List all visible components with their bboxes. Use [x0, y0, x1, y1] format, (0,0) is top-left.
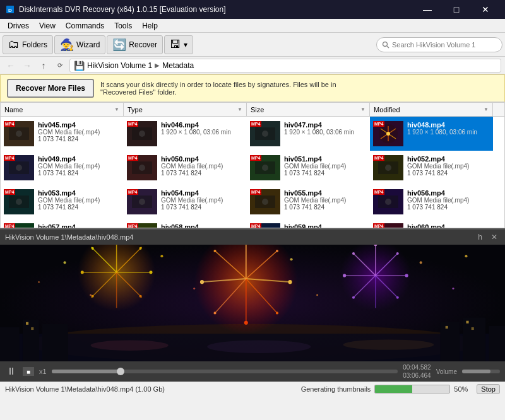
svg-point-116 [420, 261, 422, 264]
file-thumbnail: MP4 [373, 189, 403, 214]
svg-point-77 [213, 250, 216, 252]
svg-point-119 [38, 281, 40, 283]
svg-rect-121 [23, 320, 39, 361]
col-type[interactable]: Type▼ [124, 103, 247, 116]
recover-more-files-button[interactable]: Recover More Files [7, 79, 94, 98]
svg-point-88 [140, 247, 142, 250]
breadcrumb: 💾 HikVision Volume 1 ▶ Metadata [69, 59, 501, 73]
list-item[interactable]: MP4 hiv049.mp4 GOM Media file(.mp4) 1 07… [1, 151, 124, 185]
file-thumbnail: MP4 [4, 223, 34, 228]
time-display: 00:04.582 03:06.464 [403, 363, 431, 380]
file-thumbnail: MP4 [250, 189, 280, 214]
svg-point-9 [139, 131, 145, 137]
status-progress-container: Generating thumbnails 50% Stop [301, 384, 500, 394]
svg-rect-125 [489, 326, 505, 361]
file-thumbnail: MP4 [4, 189, 34, 214]
preview-path: HikVision Volume 1\Metadata\hiv048.mp4 [5, 233, 133, 241]
svg-line-3 [387, 46, 389, 48]
list-item[interactable]: MP4 hiv053.mp4 GOM Media file(.mp4) 1 07… [1, 185, 124, 219]
svg-point-108 [343, 274, 346, 277]
list-item[interactable]: MP4 hiv059.mp4 GOM Media file(.mp4) 1 07… [247, 219, 370, 228]
banner-message: It scans your disk directly in order to … [100, 81, 336, 96]
preview-close-button[interactable]: ✕ [489, 233, 500, 242]
svg-point-91 [92, 295, 94, 298]
svg-point-60 [343, 339, 434, 349]
address-bar: ← → ↑ ⟳ 💾 HikVision Volume 1 ▶ Metadata [0, 57, 505, 74]
pause-button[interactable]: ⏸ [5, 366, 18, 377]
extra-button[interactable]: 🖫 ▾ [164, 35, 193, 54]
svg-point-21 [16, 165, 22, 171]
svg-point-30 [385, 165, 391, 171]
list-item[interactable]: MP4 hiv056.mp4 GOM Media file(.mp4) 1 07… [370, 185, 493, 219]
preview-pane: HikVision Volume 1\Metadata\hiv048.mp4 h… [0, 228, 505, 382]
maximize-button[interactable]: □ [442, 0, 471, 19]
svg-point-90 [140, 295, 142, 298]
list-item[interactable]: MP4 hiv045.mp4 GOM Media file(.mp4) 1 07… [1, 117, 124, 151]
svg-rect-120 [0, 327, 20, 361]
col-size[interactable]: Size▼ [247, 103, 370, 116]
search-box[interactable] [376, 37, 502, 52]
svg-point-118 [465, 255, 467, 257]
svg-point-76 [200, 280, 204, 284]
menu-drives[interactable]: Drives [3, 19, 34, 33]
svg-point-33 [16, 199, 22, 205]
col-modified[interactable]: Modified▼ [370, 103, 493, 116]
file-thumbnail: MP4 [127, 155, 157, 180]
playback-progress[interactable] [52, 370, 398, 373]
svg-rect-122 [42, 324, 68, 361]
wizard-button[interactable]: 🧙 Wizard [54, 35, 105, 54]
list-item[interactable]: MP4 hiv047.mp4 1 920 × 1 080, 03:06 min [247, 117, 370, 151]
minimize-button[interactable]: — [413, 0, 442, 19]
back-button[interactable]: ← [4, 59, 18, 73]
list-item[interactable]: MP4 hiv051.mp4 GOM Media file(.mp4) 1 07… [247, 151, 370, 185]
close-button[interactable]: ✕ [471, 0, 500, 19]
title-bar: D DiskInternals DVR Recovery (x64) 1.0.1… [0, 0, 505, 19]
volume-label: Volume [436, 368, 457, 375]
list-item[interactable]: MP4 hiv057.mp4 GOM Media file(.mp4) 1 07… [1, 219, 124, 228]
folder-icon: 🗂 [8, 38, 20, 51]
col-name[interactable]: Name▼ [1, 103, 124, 116]
recover-button[interactable]: 🔄 Recover [107, 35, 163, 54]
list-item[interactable]: MP4 hiv052.mp4 GOM Media file(.mp4) 1 07… [370, 151, 493, 185]
file-thumbnail: MP4 [4, 155, 34, 180]
list-item[interactable]: MP4 hiv058.mp4 GOM Media file(.mp4) 1 07… [124, 219, 247, 228]
svg-point-114 [290, 258, 292, 260]
svg-point-117 [452, 288, 454, 289]
file-thumbnail: MP4 [250, 155, 280, 180]
list-item[interactable]: MP4 hiv055.mp4 GOM Media file(.mp4) 1 07… [247, 185, 370, 219]
list-item[interactable]: MP4 hiv054.mp4 GOM Media file(.mp4) 1 07… [124, 185, 247, 219]
search-input[interactable] [392, 41, 497, 49]
collapse-button[interactable]: h [475, 233, 485, 242]
menu-view[interactable]: View [34, 19, 61, 33]
refresh-button[interactable]: ⟳ [53, 59, 67, 73]
breadcrumb-drive[interactable]: HikVision Volume 1 [87, 61, 152, 70]
list-item[interactable]: MP4 hiv050.mp4 GOM Media file(.mp4) 1 07… [124, 151, 247, 185]
svg-rect-129 [466, 321, 468, 324]
svg-point-74 [244, 321, 248, 325]
status-bar: HikVision Volume 1\Metadata\hiv048.mp4 (… [0, 382, 505, 395]
menu-commands[interactable]: Commands [61, 19, 109, 33]
svg-point-109 [352, 252, 355, 255]
list-item[interactable]: MP4 hiv060.mp4 GOM Media file(.mp4) 1 07… [370, 219, 493, 228]
menu-tools[interactable]: Tools [109, 19, 137, 33]
stop-button[interactable]: ■ [23, 367, 34, 376]
folders-button[interactable]: 🗂 Folders [3, 35, 53, 54]
status-stop-button[interactable]: Stop [477, 384, 500, 394]
list-item[interactable]: MP4 hiv046.mp4 1 920 × 1 080, 03:06 min [124, 117, 247, 151]
svg-point-113 [193, 288, 195, 289]
svg-point-6 [16, 131, 22, 137]
file-grid: MP4 hiv045.mp4 GOM Media file(.mp4) 1 07… [1, 117, 504, 228]
toolbar: 🗂 Folders 🧙 Wizard 🔄 Recover 🖫 ▾ [0, 33, 505, 57]
list-item[interactable]: MP4 hiv048.mp4 1 920 × 1 080, 03:06 min [370, 117, 493, 151]
menu-help[interactable]: Help [137, 19, 163, 33]
svg-rect-130 [472, 327, 474, 330]
fireworks-image [0, 245, 505, 361]
file-thumbnail: MP4 [4, 121, 34, 146]
up-button[interactable]: ↑ [37, 59, 50, 73]
window-title: DiskInternals DVR Recovery (x64) 1.0.15 … [19, 5, 225, 14]
breadcrumb-folder[interactable]: Metadata [162, 61, 194, 70]
volume-slider[interactable] [462, 370, 500, 373]
svg-point-36 [139, 199, 145, 205]
forward-button[interactable]: → [20, 59, 34, 73]
svg-point-111 [90, 294, 92, 296]
